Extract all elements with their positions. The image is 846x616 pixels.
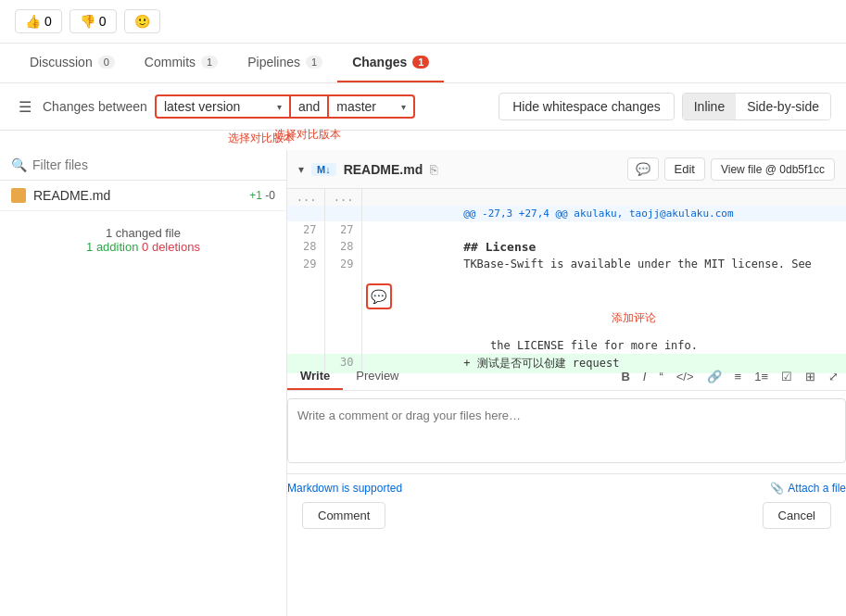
tab-pipelines[interactable]: Pipelines 1 [233, 44, 337, 82]
comment-icon-button[interactable]: 💬 [627, 157, 659, 181]
add-comment-tooltip: 添加评论 [612, 310, 846, 326]
view-toggle-group: Inline Side-by-side [682, 93, 831, 120]
fullscreen-button[interactable]: ⤢ [825, 368, 842, 385]
unordered-list-button[interactable]: ≡ [731, 368, 746, 385]
branch-select-wrapper[interactable]: master develop ▾ [329, 96, 413, 117]
quote-button[interactable]: “ [655, 368, 666, 385]
comment-footer: Markdown is supported 📎 Attach a file [287, 473, 846, 495]
changes-left-controls: ☰ Changes between latest version previou… [15, 94, 423, 119]
bold-button[interactable]: B [617, 368, 633, 385]
comment-textarea[interactable] [287, 398, 846, 463]
tab-changes-label: Changes [352, 55, 407, 69]
filter-bar: 🔍 [0, 150, 286, 181]
changes-controls: ☰ Changes between latest version previou… [0, 83, 846, 131]
file-name-row: README.md [11, 188, 110, 203]
version-select-wrapper[interactable]: latest version previous version ▾ [157, 96, 289, 117]
diff-filename: README.md [344, 162, 423, 177]
tab-discussion-badge: 0 [98, 56, 115, 69]
smile-button[interactable]: 🙂 [124, 9, 160, 33]
edit-button[interactable]: Edit [664, 157, 705, 181]
tab-discussion-label: Discussion [30, 55, 93, 69]
comment-tabs: Write Preview B I “ </> 🔗 ≡ 1≡ ☑ ⊞ ⤢ [287, 363, 846, 391]
thumbs-up-button[interactable]: 👍 0 [15, 9, 62, 33]
thumbs-down-button[interactable]: 👎 0 [69, 9, 117, 33]
tooltip-row: 选择对比版本 [0, 131, 846, 150]
comment-actions: Comment Cancel [287, 495, 846, 536]
file-name-label: README.md [33, 188, 110, 203]
italic-button[interactable]: I [639, 368, 650, 385]
link-button[interactable]: 🔗 [703, 368, 726, 385]
file-sidebar: 🔍 README.md +1 -0 1 changed file 1 addit… [0, 150, 287, 616]
tab-preview[interactable]: Preview [343, 363, 411, 390]
comment-button[interactable]: Comment [302, 502, 385, 529]
tab-discussion[interactable]: Discussion 0 [15, 44, 130, 82]
paperclip-icon: 📎 [770, 482, 784, 495]
file-item-readme[interactable]: README.md +1 -0 [0, 181, 286, 211]
reaction-bar: 👍 0 👎 0 🙂 [0, 0, 846, 44]
comment-area: Write Preview B I “ </> 🔗 ≡ 1≡ ☑ ⊞ ⤢ [287, 363, 846, 495]
main-layout: 🔍 README.md +1 -0 1 changed file 1 addit… [0, 150, 846, 616]
diff-meta-row: @@ -27,3 +27,4 @@ akulaku, taojj@akulaku… [287, 206, 846, 221]
and-text: and [298, 99, 320, 114]
hamburger-button[interactable]: ☰ [15, 94, 35, 119]
collapse-arrow-icon[interactable]: ▾ [298, 163, 304, 176]
deletions-count: 0 deletions [142, 240, 200, 254]
hide-whitespace-button[interactable]: Hide whitespace changes [499, 93, 675, 120]
thumbs-up-icon: 👍 [25, 14, 41, 29]
side-by-side-view-button[interactable]: Side-by-side [736, 94, 830, 119]
smile-icon: 🙂 [134, 14, 150, 29]
branch-chevron-down-icon: ▾ [401, 102, 406, 112]
thumbs-down-icon: 👎 [80, 14, 95, 29]
branch-select[interactable]: master develop [336, 99, 398, 114]
add-comment-line-button[interactable]: 💬 [366, 283, 392, 309]
diff-file-header: ▾ M↓ README.md ⎘ 💬 Edit View file @ 0db5… [287, 150, 846, 189]
tab-write[interactable]: Write [287, 363, 343, 390]
thumbs-up-count: 0 [44, 14, 52, 29]
view-file-button[interactable]: View file @ 0db5f1cc [711, 158, 835, 181]
search-icon: 🔍 [11, 157, 27, 172]
tab-commits-label: Commits [145, 55, 196, 69]
markdown-supported-link[interactable]: Markdown is supported [287, 482, 402, 495]
and-separator: and [289, 96, 329, 117]
md-badge: M↓ [311, 163, 336, 176]
changes-right-controls: Hide whitespace changes Inline Side-by-s… [499, 93, 831, 120]
tab-commits-badge: 1 [201, 56, 218, 69]
tabs-bar: Discussion 0 Commits 1 Pipelines 1 Chang… [0, 44, 846, 83]
table-row: 27 27 [287, 221, 846, 238]
cancel-button[interactable]: Cancel [763, 502, 831, 529]
tab-pipelines-label: Pipelines [247, 55, 300, 69]
inline-view-button[interactable]: Inline [683, 94, 736, 119]
ordered-list-button[interactable]: 1≡ [751, 368, 772, 385]
attach-file-button[interactable]: 📎 Attach a file [770, 482, 846, 495]
changes-between-text: Changes between [43, 99, 147, 114]
table-row: 28 28 ## License [287, 238, 846, 256]
filter-files-input[interactable] [32, 157, 275, 172]
tab-commits[interactable]: Commits 1 [130, 44, 233, 82]
diff-panel: ▾ M↓ README.md ⎘ 💬 Edit View file @ 0db5… [287, 150, 846, 616]
thumbs-down-count: 0 [99, 14, 107, 29]
changed-files-count: 1 changed file [11, 226, 275, 240]
file-type-icon [11, 188, 26, 203]
file-diff-stat: +1 -0 [249, 189, 275, 202]
change-summary: 1 changed file 1 addition 0 deletions [0, 211, 286, 269]
version-tooltip-label: 选择对比版本 [274, 127, 341, 143]
checklist-button[interactable]: ☑ [777, 368, 796, 385]
tab-changes-badge: 1 [412, 56, 429, 69]
version-select[interactable]: latest version previous version [164, 99, 273, 114]
tab-changes[interactable]: Changes 1 [337, 44, 444, 82]
diff-table: ... ... @@ -27,3 +27,4 @@ akulaku, taojj… [287, 189, 846, 373]
version-chevron-down-icon: ▾ [277, 102, 282, 112]
copy-icon[interactable]: ⎘ [430, 162, 437, 177]
table-row: the LICENSE file for more info. [287, 337, 846, 354]
additions-count: 1 addition [86, 240, 138, 254]
table-button[interactable]: ⊞ [802, 368, 819, 385]
code-button[interactable]: </> [673, 368, 698, 385]
tab-pipelines-badge: 1 [306, 56, 322, 69]
diff-ellipsis-row: ... ... [287, 189, 846, 206]
diff-meta-text: @@ -27,3 +27,4 @@ akulaku, taojj@akulaku… [456, 206, 845, 221]
